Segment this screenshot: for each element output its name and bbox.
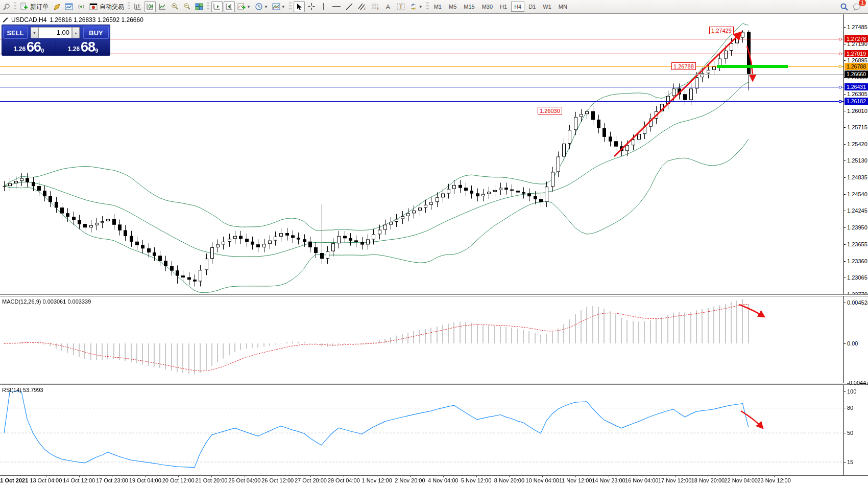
- indicators-button[interactable]: ▼: [236, 1, 252, 12]
- candlestick-icon: [146, 3, 154, 11]
- cursor-button[interactable]: [294, 1, 305, 12]
- price-line-1.27019[interactable]: [0, 54, 843, 54]
- timeframe-button-M30[interactable]: M30: [479, 2, 496, 12]
- toolbar-grip[interactable]: [207, 2, 209, 11]
- rsi-pane-splitter[interactable]: [0, 383, 868, 385]
- new-order-button[interactable]: 新订单: [18, 1, 50, 12]
- toolbar-grip[interactable]: [426, 2, 429, 11]
- line-endpoint-marker[interactable]: [839, 100, 841, 103]
- price-badge-1.27278: 1.27278: [845, 35, 868, 42]
- vertical-line-button[interactable]: [318, 1, 329, 12]
- date-label: 5 Nov 12:00: [461, 477, 491, 483]
- sell-price-prefix: 1.26: [14, 45, 26, 53]
- buy-button[interactable]: BUY: [83, 27, 109, 39]
- zoom-out-button[interactable]: [181, 1, 192, 12]
- line-endpoint-marker[interactable]: [839, 38, 841, 40]
- autotrade-button[interactable]: 自动交易: [88, 1, 126, 12]
- price-tick-label: 1.26305: [847, 91, 867, 97]
- line-endpoint-marker[interactable]: [839, 65, 841, 68]
- price-tick-label: 1.24835: [847, 174, 867, 180]
- channel-button[interactable]: E: [356, 1, 368, 12]
- zoom-in-button[interactable]: [169, 1, 180, 12]
- new-order-icon: [20, 3, 28, 11]
- timeframe-button-M5[interactable]: M5: [446, 2, 460, 12]
- price-callout-1.27429[interactable]: 1.27429: [709, 27, 734, 34]
- timeframe-button-M15[interactable]: M15: [461, 2, 477, 12]
- price-line-1.2666[interactable]: [0, 74, 843, 75]
- horizontal-line-button[interactable]: [330, 1, 343, 12]
- sell-price[interactable]: 1.26 66 0: [2, 39, 56, 55]
- support-zone-bar[interactable]: [717, 65, 788, 68]
- price-line-1.27278[interactable]: [0, 39, 843, 39]
- candlestick-button[interactable]: [144, 1, 156, 12]
- price-callout-1.26030[interactable]: 1.26030: [538, 107, 562, 114]
- search-icon: [840, 3, 849, 11]
- dropdown-caret: ▼: [264, 5, 268, 9]
- price-line-1.26431[interactable]: [0, 87, 843, 87]
- buy-price[interactable]: 1.26 68 9: [56, 39, 110, 55]
- svg-text:E: E: [364, 7, 367, 11]
- line-chart-button[interactable]: [157, 1, 168, 12]
- templates-button[interactable]: ▼: [271, 1, 287, 12]
- price-badge-1.26660: 1.26660: [845, 71, 868, 78]
- volume-increase-button[interactable]: ▲: [72, 27, 80, 38]
- dropdown-caret: ▼: [419, 5, 423, 9]
- timeframe-button-H4[interactable]: H4: [511, 2, 524, 12]
- line-chart-icon: [158, 3, 166, 11]
- date-label: 4 Nov 04:00: [428, 477, 458, 483]
- date-label: 17 Oct 23:00: [96, 477, 128, 483]
- sell-price-big: 66: [27, 40, 41, 54]
- new-order-label: 新订单: [30, 3, 49, 11]
- toolbar-grip[interactable]: [289, 2, 292, 11]
- horizontal-line-icon: [332, 3, 341, 11]
- timeframe-button-W1[interactable]: W1: [540, 2, 554, 12]
- cursor-icon: [296, 3, 303, 11]
- bar-chart-button[interactable]: [132, 1, 143, 12]
- clipped-left-icon[interactable]: [1, 1, 12, 12]
- timeframe-button-D1[interactable]: D1: [525, 2, 539, 12]
- bar-chart-icon: [134, 3, 142, 11]
- trendline-button[interactable]: [344, 1, 355, 12]
- price-tick-label: 1.24245: [847, 207, 867, 214]
- chart-shift-button[interactable]: [224, 1, 235, 12]
- line-endpoint-marker[interactable]: [839, 53, 841, 55]
- macd-pane-splitter[interactable]: [0, 294, 868, 296]
- search-button[interactable]: [838, 1, 850, 12]
- date-label: 21 Oct 20:00: [195, 477, 227, 483]
- price-chart-canvas[interactable]: [0, 14, 843, 485]
- crosshair-button[interactable]: [306, 1, 317, 12]
- signal-button[interactable]: [76, 1, 87, 12]
- crosshair-icon: [307, 3, 316, 11]
- svg-text:F: F: [377, 7, 379, 11]
- arrows-button[interactable]: ▼: [408, 1, 424, 12]
- toolbar-grip[interactable]: [14, 2, 16, 11]
- buy-price-prefix: 1.26: [68, 45, 80, 53]
- chart-window[interactable]: 1.274291.267881.26030 1.274851.271901.26…: [0, 14, 868, 485]
- price-callout-1.26788[interactable]: 1.26788: [671, 62, 696, 70]
- timeframe-button-H1[interactable]: H1: [497, 2, 510, 12]
- chart-window-icon: [65, 3, 73, 11]
- crayon-icon: [53, 3, 61, 11]
- date-label: 22 Nov 04:00: [725, 477, 758, 483]
- text-button[interactable]: A: [382, 1, 394, 12]
- dropdown-caret: ▼: [247, 5, 251, 9]
- periods-button[interactable]: ▼: [253, 1, 270, 12]
- timeframe-button-MN[interactable]: MN: [556, 2, 570, 12]
- timeframe-button-M1[interactable]: M1: [431, 2, 445, 12]
- volume-input[interactable]: 1.00: [38, 27, 72, 38]
- volume-decrease-button[interactable]: ▼: [31, 27, 38, 38]
- price-line-1.26182[interactable]: [0, 101, 843, 102]
- buy-price-sup: 9: [95, 48, 98, 54]
- chart-window-button[interactable]: [63, 1, 75, 12]
- line-endpoint-marker[interactable]: [839, 86, 841, 88]
- tile-windows-button[interactable]: [194, 1, 205, 12]
- crayon-button[interactable]: [51, 1, 62, 12]
- sell-button[interactable]: SELL: [3, 27, 28, 39]
- fibonacci-button[interactable]: F: [369, 1, 381, 12]
- notification-button[interactable]: 1: [851, 1, 863, 12]
- auto-scroll-button[interactable]: [211, 1, 223, 12]
- price-tick-label: 1.25130: [847, 157, 867, 164]
- toolbar-grip[interactable]: [128, 2, 130, 11]
- text-label-button[interactable]: T: [395, 1, 407, 12]
- macd-label: MACD(12,26,9) 0.003061 0.003339: [2, 298, 91, 305]
